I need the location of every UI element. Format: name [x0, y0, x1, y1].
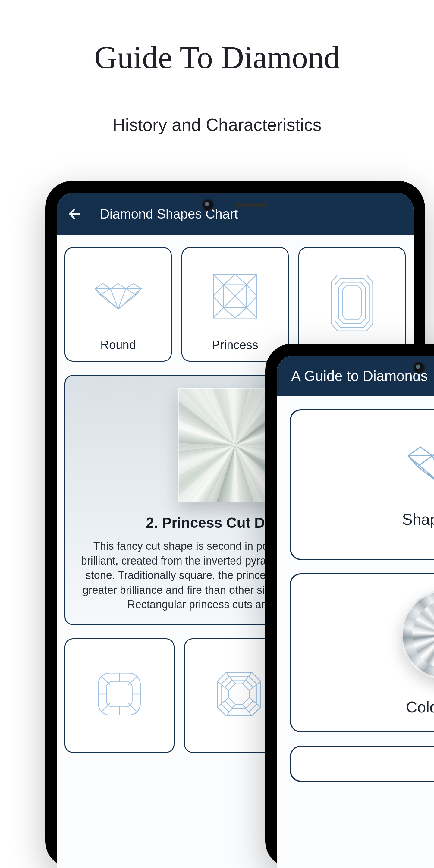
svg-line-4 [224, 274, 235, 284]
guide-card-shape-chart[interactable]: Shape Chart [290, 409, 434, 560]
svg-line-18 [102, 677, 110, 685]
svg-line-6 [224, 308, 235, 318]
page-subtitle: History and Characteristics [0, 115, 434, 135]
round-diamond-photo [401, 590, 434, 680]
phone-earpiece [413, 362, 434, 374]
speaker-icon [235, 203, 268, 207]
appbar: A Guide to Diamonds [277, 355, 434, 396]
page-title: Guide To Diamond [0, 39, 434, 76]
svg-line-19 [129, 677, 136, 685]
svg-marker-26 [217, 673, 261, 716]
svg-line-9 [213, 296, 224, 308]
shape-card-cushion[interactable] [64, 638, 175, 753]
content-area: Shape Chart Color Chart [277, 396, 434, 868]
svg-marker-29 [229, 684, 249, 704]
svg-line-10 [247, 284, 257, 296]
svg-line-7 [235, 308, 247, 318]
svg-marker-15 [342, 286, 362, 320]
screen-guide-home: A Guide to Diamonds Shape Chart Color [277, 355, 434, 868]
shape-card-princess[interactable]: Princess [181, 247, 289, 362]
shape-card-label: Round [100, 338, 136, 352]
princess-diamond-icon [210, 271, 261, 322]
guide-card-label: Color Chart [406, 698, 434, 716]
svg-line-11 [247, 296, 257, 308]
svg-line-5 [235, 274, 247, 284]
shape-card-round[interactable]: Round [64, 247, 172, 362]
round-diamond-icon [93, 280, 144, 313]
back-button[interactable] [66, 206, 83, 222]
svg-line-20 [102, 704, 110, 711]
camera-icon [202, 199, 214, 211]
round-diamond-large-icon [405, 441, 434, 492]
guide-card-label: Shape Chart [402, 510, 434, 528]
emerald-diamond-icon [327, 271, 378, 335]
shape-card-label: Princess [212, 338, 258, 352]
asscher-diamond-icon [213, 669, 265, 720]
phone-frame-front: A Guide to Diamonds Shape Chart Color [265, 344, 434, 868]
appbar-title: A Guide to Diamonds [291, 368, 428, 384]
guide-card-color-chart[interactable]: Color Chart [290, 573, 434, 733]
svg-line-21 [129, 704, 136, 711]
camera-icon [413, 362, 425, 374]
phone-earpiece [202, 199, 268, 211]
back-arrow-icon [67, 207, 82, 221]
svg-line-8 [213, 284, 224, 296]
svg-marker-12 [331, 275, 373, 331]
cushion-diamond-icon [94, 669, 145, 720]
guide-card-partial[interactable] [290, 746, 434, 782]
svg-marker-27 [221, 676, 257, 712]
